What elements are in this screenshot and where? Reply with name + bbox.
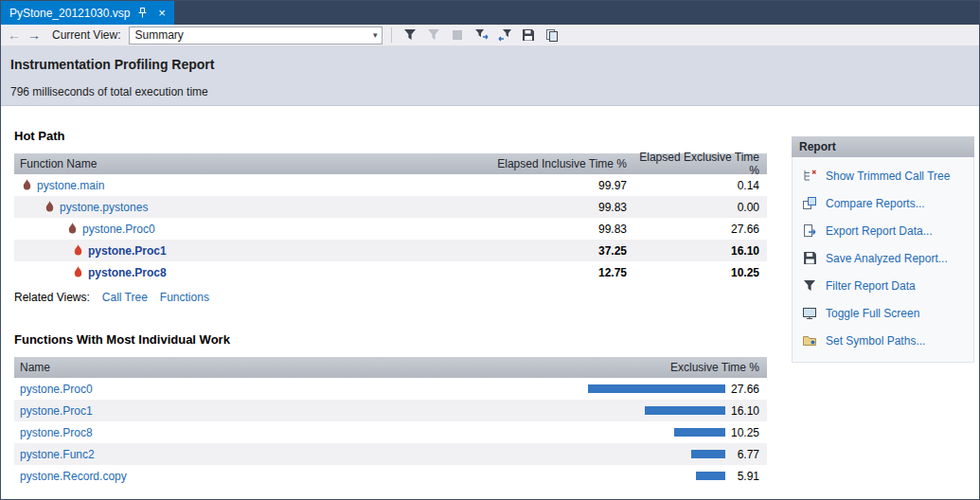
- document-tab-label: PyStone_20121030.vsp: [9, 7, 130, 20]
- exclusive-time-value: 16.10: [634, 244, 767, 258]
- report-item-label: Toggle Full Screen: [826, 307, 919, 320]
- filter-icon[interactable]: [401, 27, 419, 45]
- clear-filter-icon[interactable]: [424, 27, 443, 45]
- flame-icon: [45, 201, 55, 213]
- export-filter-icon[interactable]: [472, 27, 490, 45]
- value-bar: [645, 406, 725, 415]
- function-link[interactable]: pystone.Proc8: [20, 426, 93, 439]
- column-header-name[interactable]: Name: [14, 361, 241, 374]
- report-item-compare-reports[interactable]: Compare Reports...: [793, 189, 973, 217]
- table-row: pystone.pystones 99.83 0.00: [14, 196, 767, 218]
- column-header-exclusive-time[interactable]: Elapsed Exclusive Time %: [634, 151, 767, 177]
- inclusive-time-value: 99.97: [492, 179, 634, 192]
- exclusive-time-value: 10.25: [725, 426, 767, 439]
- individual-work-table-header: Name Exclusive Time %: [14, 357, 767, 378]
- report-panel-title: Report: [792, 136, 974, 157]
- filter-icon: [802, 278, 817, 294]
- related-link-call-tree[interactable]: Call Tree: [102, 291, 148, 304]
- report-item-label: Compare Reports...: [826, 197, 925, 210]
- report-item-save-analyzed-report[interactable]: Save Analyzed Report...: [793, 244, 973, 272]
- forward-arrow-icon[interactable]: →: [27, 27, 42, 43]
- report-item-set-symbol-paths[interactable]: Set Symbol Paths...: [793, 327, 973, 354]
- exclusive-time-value: 10.25: [634, 266, 767, 279]
- exclusive-time-value: 0.14: [634, 179, 767, 192]
- table-row: pystone.Proc8 12.75 10.25: [14, 261, 767, 283]
- flame-icon: [73, 266, 83, 278]
- profiler-toolbar: ← → Current View: Summary ▾: [1, 25, 979, 46]
- save-icon[interactable]: [519, 27, 538, 45]
- function-link[interactable]: pystone.Proc1: [20, 404, 93, 418]
- full-screen-icon: [802, 306, 817, 321]
- save-report-icon: [802, 251, 817, 266]
- inclusive-time-value: 12.75: [492, 266, 634, 279]
- table-row: pystone.Proc0 27.66: [14, 378, 767, 400]
- profiler-window: PyStone_20121030.vsp × ← → Current View:…: [0, 0, 980, 500]
- exclusive-time-value: 0.00: [634, 201, 767, 214]
- table-row: pystone.Proc8 10.25: [14, 421, 767, 443]
- table-row: pystone.Proc1 37.25 16.10: [14, 240, 767, 261]
- function-link[interactable]: pystone.Record.copy: [20, 470, 127, 483]
- hot-path-table: Function Name Elapsed Inclusive Time % E…: [14, 153, 767, 283]
- document-tab-bar: PyStone_20121030.vsp ×: [1, 1, 979, 25]
- report-item-export-report-data[interactable]: Export Report Data...: [793, 217, 973, 244]
- function-link[interactable]: pystone.Proc0: [20, 383, 93, 396]
- pin-icon[interactable]: [136, 7, 149, 19]
- value-bar: [588, 384, 725, 393]
- column-header-inclusive-time[interactable]: Elapsed Inclusive Time %: [492, 157, 634, 170]
- column-header-exclusive-time[interactable]: Exclusive Time %: [241, 361, 767, 374]
- report-main-column: Hot Path Function Name Elapsed Inclusive…: [14, 106, 767, 499]
- report-subtitle: 796 milliseconds of total execution time: [10, 85, 970, 98]
- exclusive-time-value: 27.66: [634, 223, 767, 236]
- compare-reports-icon: [802, 196, 817, 211]
- report-item-label: Show Trimmed Call Tree: [826, 170, 950, 183]
- chevron-down-icon: ▾: [373, 30, 378, 40]
- report-item-show-trimmed-call-tree[interactable]: Show Trimmed Call Tree: [793, 162, 973, 189]
- import-filter-icon[interactable]: [495, 27, 514, 45]
- related-views: Related Views: Call Tree Functions: [14, 291, 767, 304]
- value-bar: [691, 450, 725, 458]
- inclusive-time-value: 99.83: [492, 201, 634, 214]
- report-panel-body: Show Trimmed Call Tree Compare Reports..…: [792, 157, 974, 363]
- stop-icon[interactable]: [448, 27, 467, 45]
- report-item-label: Set Symbol Paths...: [826, 334, 925, 348]
- report-content: Hot Path Function Name Elapsed Inclusive…: [1, 106, 979, 499]
- function-link[interactable]: pystone.Proc0: [82, 223, 155, 236]
- function-link[interactable]: pystone.pystones: [60, 201, 148, 214]
- function-link[interactable]: pystone.Proc8: [88, 266, 167, 279]
- copy-report-icon[interactable]: [543, 27, 561, 45]
- related-views-label: Related Views:: [14, 291, 90, 304]
- exclusive-time-value: 16.10: [725, 404, 767, 418]
- inclusive-time-value: 37.25: [492, 244, 634, 258]
- related-link-functions[interactable]: Functions: [160, 291, 209, 304]
- exclusive-time-value: 5.91: [725, 470, 767, 483]
- table-row: pystone.Func2 6.77: [14, 443, 767, 465]
- individual-work-title: Functions With Most Individual Work: [14, 332, 767, 347]
- flame-icon: [73, 244, 83, 257]
- value-bar: [696, 472, 725, 480]
- report-item-label: Save Analyzed Report...: [826, 252, 948, 265]
- flame-icon: [67, 223, 78, 235]
- report-item-filter-report-data[interactable]: Filter Report Data: [793, 272, 973, 299]
- table-row: pystone.main 99.97 0.14: [14, 174, 767, 196]
- report-header: Instrumentation Profiling Report 796 mil…: [1, 46, 979, 106]
- report-item-toggle-full-screen[interactable]: Toggle Full Screen: [793, 299, 973, 327]
- symbol-paths-icon: [802, 333, 817, 348]
- trimmed-call-tree-icon: [802, 169, 817, 184]
- column-header-function-name[interactable]: Function Name: [14, 157, 492, 170]
- report-title: Instrumentation Profiling Report: [10, 57, 970, 72]
- report-item-label: Filter Report Data: [826, 279, 916, 293]
- close-icon[interactable]: ×: [155, 7, 168, 19]
- toolbar-separator: [391, 27, 392, 43]
- table-row: pystone.Proc0 99.83 27.66: [14, 218, 767, 240]
- function-link[interactable]: pystone.main: [37, 179, 104, 192]
- function-link[interactable]: pystone.Proc1: [88, 244, 167, 258]
- current-view-label: Current View:: [52, 28, 120, 42]
- report-panel: Report Show Trimmed Call Tree Compare Re…: [792, 136, 974, 499]
- individual-work-table: Name Exclusive Time % pystone.Proc0 27.6…: [14, 357, 767, 487]
- exclusive-time-value: 6.77: [725, 448, 767, 461]
- back-arrow-icon[interactable]: ←: [7, 27, 22, 43]
- view-dropdown[interactable]: Summary ▾: [129, 27, 383, 45]
- document-tab[interactable]: PyStone_20121030.vsp ×: [1, 1, 174, 25]
- function-link[interactable]: pystone.Func2: [20, 448, 95, 461]
- table-row: pystone.Proc1 16.10: [14, 400, 767, 421]
